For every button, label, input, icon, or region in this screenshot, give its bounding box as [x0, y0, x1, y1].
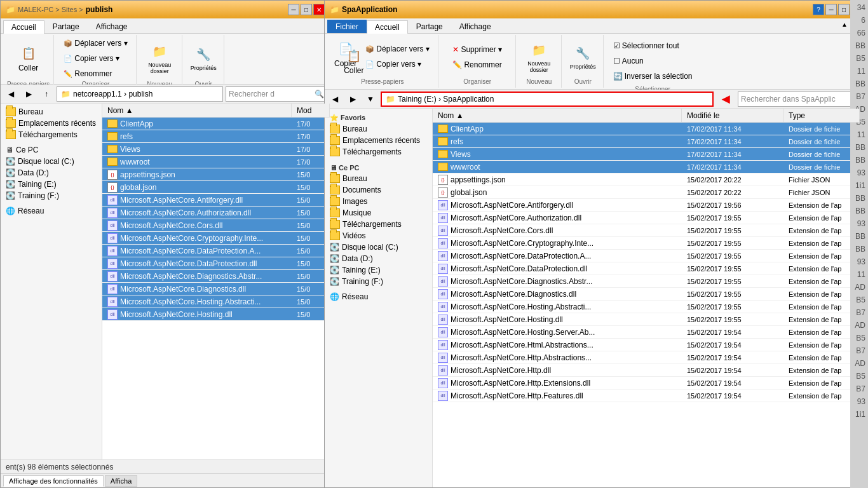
left-file-row-antiforgery[interactable]: dll Microsoft.AspNetCore.Antiforgery.dll…	[102, 194, 330, 207]
left-file-row-views[interactable]: Views 17/0	[102, 143, 330, 156]
right-nouveau-button[interactable]: 📁 Nouveaudossier	[524, 40, 553, 75]
right-nav-musique[interactable]: Musique	[325, 207, 432, 219]
right-address-box[interactable]: 📁 Taining (E:) › SpaApplication	[381, 92, 714, 107]
left-address-box[interactable]: 📁 netcoreapp1.1 › publish	[57, 86, 223, 102]
left-up-button[interactable]: ↑	[39, 86, 54, 102]
right-tab-affichage[interactable]: Affichage	[451, 20, 499, 33]
right-nav-bureau2[interactable]: Bureau	[325, 173, 432, 184]
right-file-row-htmlabstr[interactable]: dll Microsoft.AspNetCore.Html.Abstractio…	[433, 339, 860, 351]
left-bottom-tab-afficha[interactable]: Afficha	[105, 475, 137, 487]
left-file-row-dataprotectiona[interactable]: dll Microsoft.AspNetCore.DataProtection.…	[102, 245, 330, 257]
left-copier-button[interactable]: 📄 Copier vers ▾	[59, 51, 124, 65]
left-file-row-dataprotection[interactable]: dll Microsoft.AspNetCore.DataProtection.…	[102, 257, 330, 270]
right-nav-telechargements2[interactable]: Téléchargements	[325, 219, 432, 230]
left-maximize-button[interactable]: □	[301, 4, 312, 15]
right-file-row-cors[interactable]: dll Microsoft.AspNetCore.Cors.dll 15/02/…	[433, 224, 860, 237]
left-file-row-diagnostics[interactable]: dll Microsoft.AspNetCore.Diagnostics.dll…	[102, 283, 330, 295]
right-inverser-button[interactable]: 🔄 Inverser la sélection	[609, 69, 697, 83]
left-nav-datad[interactable]: 💽 Data (D:)	[1, 167, 102, 179]
left-nav-emplacements[interactable]: Emplacements récents	[1, 118, 102, 129]
left-file-row-authorization[interactable]: dll Microsoft.AspNetCore.Authorization.d…	[102, 207, 330, 219]
right-nav-bureau1[interactable]: Bureau	[325, 123, 432, 135]
right-nav-images[interactable]: Images	[325, 196, 432, 207]
left-file-row-hostingabstr[interactable]: dll Microsoft.AspNetCore.Hosting.Abstrac…	[102, 295, 330, 308]
right-nav-taininge[interactable]: 💽 Taining (E:)	[325, 264, 432, 276]
right-file-row-global[interactable]: {} global.json 15/02/2017 20:22 Fichier …	[433, 186, 860, 199]
left-file-row-diagnosticsabstr[interactable]: dll Microsoft.AspNetCore.Diagnostics.Abs…	[102, 270, 330, 283]
right-supprimer-button[interactable]: ✕ Supprimer ▾	[448, 43, 506, 57]
left-deplacer-button[interactable]: 📦 Déplacer vers ▾	[59, 36, 132, 50]
right-file-row-dataprotection[interactable]: dll Microsoft.AspNetCore.DataProtection.…	[433, 262, 860, 275]
left-file-row-cors[interactable]: dll Microsoft.AspNetCore.Cors.dll 15/0	[102, 219, 330, 232]
left-file-row-appsettings[interactable]: {} appsettings.json 15/0	[102, 168, 330, 181]
left-file-row-wwwroot[interactable]: wwwroot 17/0	[102, 156, 330, 168]
right-file-row-http[interactable]: dll Microsoft.AspNetCore.Http.dll 15/02/…	[433, 364, 860, 377]
left-back-button[interactable]: ◀	[3, 86, 18, 102]
right-file-row-hosting[interactable]: dll Microsoft.AspNetCore.Hosting.dll 15/…	[433, 313, 860, 326]
right-file-row-clientapp[interactable]: ClientApp 17/02/2017 11:34 Dossier de fi…	[433, 123, 860, 135]
right-file-row-diagnosticsabstr[interactable]: dll Microsoft.AspNetCore.Diagnostics.Abs…	[433, 275, 860, 288]
right-proprietes-button[interactable]: 🔧 Propriétés	[567, 40, 599, 75]
right-col-nom[interactable]: Nom ▲	[433, 109, 682, 122]
right-nav-reseau[interactable]: 🌐 Réseau	[325, 291, 432, 302]
left-proprietes-button[interactable]: 🔧 Propriétés	[187, 41, 220, 76]
right-col-date[interactable]: Modifié le	[682, 109, 783, 122]
right-maximize-button[interactable]: □	[838, 4, 850, 15]
right-nav-emplacements[interactable]: Emplacements récents	[325, 135, 432, 146]
right-dropdown-button[interactable]: ▼	[363, 92, 378, 107]
right-nav-videos[interactable]: Vidéos	[325, 230, 432, 241]
left-tab-partage[interactable]: Partage	[44, 20, 88, 33]
left-search-box[interactable]: Rechercher d 🔍	[226, 86, 327, 102]
left-nav-taininge[interactable]: 💽 Taining (E:)	[1, 179, 102, 190]
left-file-row-refs[interactable]: refs 17/0	[102, 130, 330, 143]
right-forward-button[interactable]: ▶	[345, 92, 360, 107]
right-tab-fichier[interactable]: Fichier	[327, 20, 367, 33]
left-nav-reseau[interactable]: 🌐 Réseau	[1, 205, 102, 217]
right-file-row-dataprotectiona[interactable]: dll Microsoft.AspNetCore.DataProtection.…	[433, 250, 860, 262]
left-tab-accueil[interactable]: Accueil	[3, 20, 44, 34]
right-nav-telechargements1[interactable]: Téléchargements	[325, 146, 432, 158]
left-file-row-clientapp[interactable]: ClientApp 17/0	[102, 118, 330, 130]
left-file-row-global[interactable]: {} global.json 15/0	[102, 181, 330, 194]
left-close-button[interactable]: ✕	[313, 4, 325, 15]
right-file-row-views[interactable]: Views 17/02/2017 11:34 Dossier de fichie	[433, 148, 860, 161]
left-nav-disquec[interactable]: 💽 Disque local (C:)	[1, 156, 102, 167]
right-minimize-button[interactable]: ─	[825, 4, 837, 15]
left-col-date[interactable]: Mod	[292, 104, 330, 117]
right-file-row-authorization[interactable]: dll Microsoft.AspNetCore.Authorization.d…	[433, 212, 860, 224]
right-file-row-refs[interactable]: refs 17/02/2017 11:34 Dossier de fichie	[433, 135, 860, 148]
left-nouveau-dossier-button[interactable]: 📁 Nouveaudossier	[145, 41, 174, 76]
left-nav-telechargements[interactable]: Téléchargements	[1, 129, 102, 140]
right-file-row-httpext[interactable]: dll Microsoft.AspNetCore.Http.Extensions…	[433, 377, 860, 390]
left-bottom-tab-fonctionnalites[interactable]: Affichage des fonctionnalités	[3, 475, 104, 487]
left-minimize-button[interactable]: ─	[288, 4, 299, 15]
right-file-row-appsettings[interactable]: {} appsettings.json 15/02/2017 20:22 Fic…	[433, 173, 860, 186]
right-coller-button[interactable]: 📋 Coller	[341, 43, 367, 78]
right-file-row-antiforgery[interactable]: dll Microsoft.AspNetCore.Antiforgery.dll…	[433, 199, 860, 212]
right-nav-documents[interactable]: Documents	[325, 184, 432, 196]
right-file-row-wwwroot[interactable]: wwwroot 17/02/2017 11:34 Dossier de fich…	[433, 161, 860, 173]
right-nav-datad[interactable]: 💽 Data (D:)	[325, 253, 432, 264]
right-file-row-hostingabstr[interactable]: dll Microsoft.AspNetCore.Hosting.Abstrac…	[433, 301, 860, 313]
left-renommer-button[interactable]: ✏️ Renommer	[59, 67, 116, 81]
right-file-row-cryptography[interactable]: dll Microsoft.AspNetCore.Cryptography.In…	[433, 237, 860, 250]
right-tab-partage[interactable]: Partage	[408, 20, 451, 33]
right-aucun-button[interactable]: ☐ Aucun	[609, 54, 697, 68]
right-nav-trainingf[interactable]: 💽 Training (F:)	[325, 276, 432, 287]
left-tab-affichage[interactable]: Affichage	[88, 20, 136, 33]
right-renommer-button[interactable]: ✏️ Renommer	[448, 58, 506, 72]
left-nav-trainingf[interactable]: 💽 Training (F:)	[1, 190, 102, 201]
left-nav-bureau[interactable]: Bureau	[1, 106, 102, 118]
left-forward-button[interactable]: ▶	[21, 86, 36, 102]
left-nav-cepc[interactable]: 🖥 Ce PC	[1, 144, 102, 156]
right-copierver-button[interactable]: 📄 Copier vers ▾	[361, 57, 433, 71]
right-file-row-httpabstr[interactable]: dll Microsoft.AspNetCore.Http.Abstractio…	[433, 351, 860, 364]
left-file-row-cryptography[interactable]: dll Microsoft.AspNetCore.Cryptography.In…	[102, 232, 330, 245]
right-selectionner-tout-button[interactable]: ☑ Sélectionner tout	[609, 39, 697, 53]
left-coller-button[interactable]: 📋 Coller	[15, 41, 41, 76]
right-deplacer-button[interactable]: 📦 Déplacer vers ▾	[361, 42, 433, 56]
right-help-button[interactable]: ?	[813, 4, 824, 15]
right-file-row-hostingserver[interactable]: dll Microsoft.AspNetCore.Hosting.Server.…	[433, 326, 860, 339]
left-file-row-hosting[interactable]: dll Microsoft.AspNetCore.Hosting.dll 15/…	[102, 308, 330, 321]
right-col-type[interactable]: Type	[783, 109, 860, 122]
